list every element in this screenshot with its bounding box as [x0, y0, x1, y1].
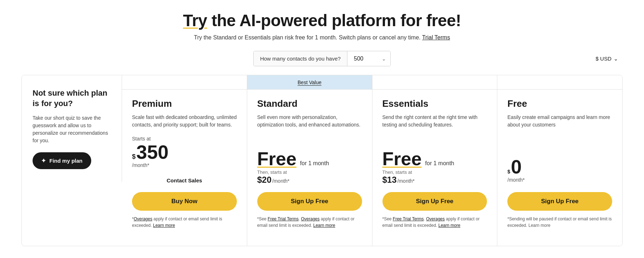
standard-free-suffix: for 1 month: [300, 160, 329, 167]
chevron-down-icon: ⌄: [614, 56, 618, 62]
premium-price-amount: 350: [136, 142, 169, 162]
free-trial-terms-link[interactable]: Free Trial Terms: [268, 216, 298, 221]
contacts-select[interactable]: 500 1,000 2,000 5,000 10,000 25,000 50,0…: [347, 51, 390, 66]
page-title: Try the AI-powered platform for free!: [21, 11, 623, 30]
standard-then-price: $20: [257, 175, 272, 185]
premium-plan-name: Premium: [132, 98, 237, 109]
contacts-selector: How many contacts do you have? 500 1,000…: [253, 51, 391, 66]
controls-row: How many contacts do you have? 500 1,000…: [21, 51, 623, 66]
learn-more-link-essentials[interactable]: Learn more: [438, 223, 460, 228]
overages-link[interactable]: Overages: [134, 216, 152, 221]
left-panel: Not sure which plan is for you? Take our…: [22, 75, 122, 182]
best-value-link[interactable]: Best Value: [298, 80, 322, 85]
premium-price-period: /month*: [132, 162, 237, 168]
essentials-free-suffix: for 1 month: [425, 160, 454, 167]
plan-free: Free Easily create email campaigns and l…: [497, 75, 622, 246]
left-panel-description: Take our short quiz to save the guesswor…: [33, 114, 111, 144]
free-plan-name: Free: [507, 98, 612, 109]
learn-more-link[interactable]: Learn more: [153, 223, 175, 228]
standard-footnote: *See Free Trial Terms. Overages apply if…: [257, 216, 362, 229]
find-my-plan-button[interactable]: ✦ Find my plan: [33, 152, 91, 169]
free-trial-terms-link-essentials[interactable]: Free Trial Terms: [393, 216, 424, 221]
essentials-then-starts: Then, starts at: [382, 169, 487, 175]
page-header: Try the AI-powered platform for free! Tr…: [21, 11, 623, 41]
buy-now-button[interactable]: Buy Now: [132, 192, 237, 211]
free-price-dollar: $: [507, 169, 510, 174]
standard-then-period: /month*: [272, 178, 289, 184]
essentials-plan-desc: Send the right content at the right time…: [382, 114, 487, 142]
essentials-then-period: /month*: [397, 178, 415, 184]
free-price-period: /month*: [507, 177, 612, 183]
standard-plan-name: Standard: [257, 98, 362, 109]
sparkle-icon: ✦: [41, 157, 46, 164]
learn-more-link-standard[interactable]: Learn more: [313, 223, 335, 228]
plans-container: Premium Scale fast with dedicated onboar…: [122, 75, 622, 246]
essentials-then-price: $13: [382, 175, 397, 185]
standard-signup-button[interactable]: Sign Up Free: [257, 192, 362, 211]
best-value-banner: Best Value: [247, 75, 372, 90]
premium-price-label: Starts at: [132, 136, 237, 142]
overages-link-essentials[interactable]: Overages: [426, 216, 445, 221]
standard-then-starts: Then, starts at: [257, 169, 362, 175]
contacts-label: How many contacts do you have?: [254, 51, 347, 66]
standard-plan-desc: Sell even more with personalization, opt…: [257, 114, 362, 142]
standard-free-price: Free: [257, 149, 297, 168]
contact-sales-label: Contact Sales: [132, 177, 237, 183]
premium-plan-desc: Scale fast with dedicated onboarding, un…: [132, 114, 237, 129]
trial-terms-link[interactable]: Trial Terms: [422, 34, 450, 40]
free-footnote: *Sending will be paused if contact or em…: [507, 216, 612, 229]
free-price-amount: 0: [511, 157, 522, 176]
essentials-plan-name: Essentials: [382, 98, 487, 109]
essentials-signup-button[interactable]: Sign Up Free: [382, 192, 487, 211]
essentials-footnote: *See Free Trial Terms. Overages apply if…: [382, 216, 487, 229]
currency-selector[interactable]: $ USD ⌄: [591, 53, 623, 65]
plan-essentials: Essentials Send the right content at the…: [372, 75, 498, 246]
plan-standard: Best Value Standard Sell even more with …: [247, 75, 372, 246]
essentials-banner-placeholder: [372, 75, 497, 90]
free-plan-desc: Easily create email campaigns and learn …: [507, 114, 612, 150]
premium-banner-placeholder: [122, 75, 247, 90]
premium-price-dollar: $: [132, 153, 136, 160]
main-content: Not sure which plan is for you? Take our…: [21, 75, 623, 246]
plan-premium: Premium Scale fast with dedicated onboar…: [122, 75, 247, 246]
left-panel-heading: Not sure which plan is for you?: [33, 88, 111, 109]
essentials-free-price: Free: [382, 149, 422, 168]
free-banner-placeholder: [497, 75, 622, 90]
premium-footnote: *Overages apply if contact or email send…: [132, 216, 237, 229]
overages-link-standard[interactable]: Overages: [301, 216, 319, 221]
free-signup-button[interactable]: Sign Up Free: [507, 192, 612, 211]
page-subtitle: Try the Standard or Essentials plan risk…: [21, 34, 623, 41]
